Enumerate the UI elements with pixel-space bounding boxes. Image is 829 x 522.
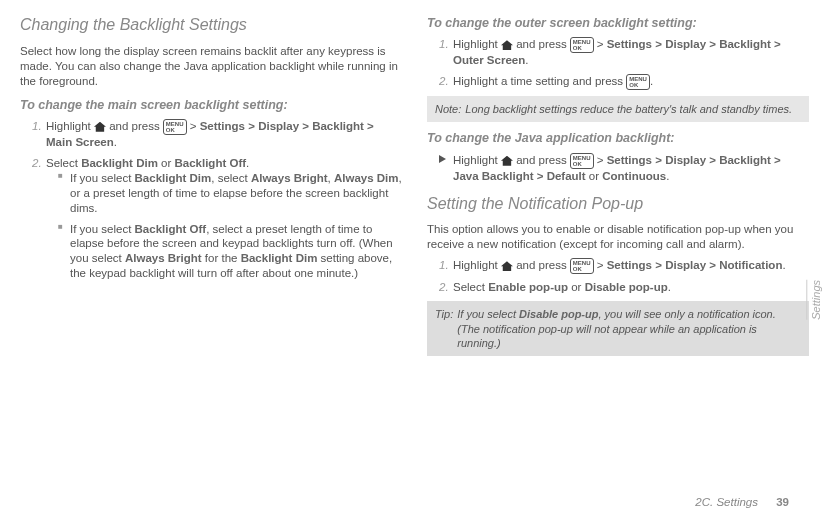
tip-text: If you select Disable pop-up, you will s…: [457, 307, 801, 350]
menu-ok-icon: MENUOK: [570, 153, 594, 169]
home-icon: [501, 261, 513, 271]
left-column: Changing the Backlight Settings Select h…: [20, 15, 402, 362]
home-icon: [501, 40, 513, 50]
step-2: 2. Select Backlight Dim or Backlight Off…: [32, 156, 402, 282]
substep-a: If you select Backlight Dim, select Alwa…: [60, 171, 402, 216]
notif-step-2: 2. Select Enable pop-up or Disable pop-u…: [439, 280, 809, 295]
note-label: Note:: [435, 102, 461, 116]
subsection-java: To change the Java application backlight…: [427, 130, 809, 146]
page-footer: 2C. Settings 39: [695, 495, 789, 510]
home-icon: [94, 122, 106, 132]
notif-intro: This option allows you to enable or disa…: [427, 222, 809, 252]
note-text: Long backlight settings reduce the batte…: [465, 102, 792, 116]
page-number: 39: [776, 496, 789, 508]
substep-b: If you select Backlight Off, select a pr…: [60, 222, 402, 282]
triangle-icon: [439, 155, 446, 163]
tip-label: Tip:: [435, 307, 453, 350]
tip-box: Tip: If you select Disable pop-up, you w…: [427, 301, 809, 356]
java-step: Highlight and press MENUOK > Settings > …: [427, 153, 809, 184]
note-box: Note: Long backlight settings reduce the…: [427, 96, 809, 122]
section-title-notification: Setting the Notification Pop-up: [427, 194, 809, 215]
menu-ok-icon: MENUOK: [570, 37, 594, 53]
subsection-main-screen: To change the main screen backlight sett…: [20, 97, 402, 113]
notif-step-1: 1. Highlight and press MENUOK > Settings…: [439, 258, 809, 274]
side-tab: Settings: [806, 280, 823, 320]
section-title-backlight: Changing the Backlight Settings: [20, 15, 402, 36]
menu-ok-icon: MENUOK: [626, 74, 650, 90]
outer-step-2: 2. Highlight a time setting and press ME…: [439, 74, 809, 90]
menu-ok-icon: MENUOK: [570, 258, 594, 274]
step-1: 1. Highlight and press MENUOK > Settings…: [32, 119, 402, 150]
subsection-outer-screen: To change the outer screen backlight set…: [427, 15, 809, 31]
footer-section: 2C. Settings: [695, 496, 758, 508]
intro-text: Select how long the display screen remai…: [20, 44, 402, 89]
menu-ok-icon: MENUOK: [163, 119, 187, 135]
outer-step-1: 1. Highlight and press MENUOK > Settings…: [439, 37, 809, 68]
home-icon: [501, 156, 513, 166]
right-column: To change the outer screen backlight set…: [427, 15, 809, 362]
